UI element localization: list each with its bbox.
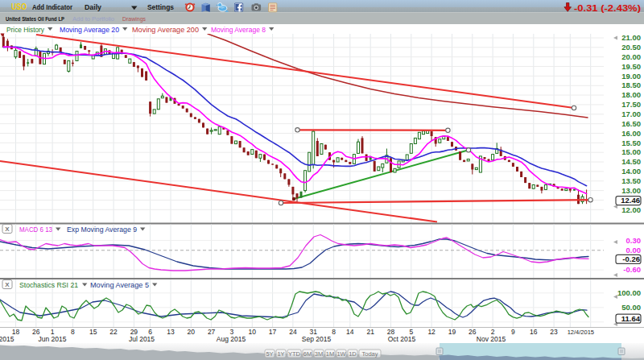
svg-text:9: 9 [511, 328, 515, 336]
svg-text:21: 21 [366, 328, 374, 336]
svg-text:Add to Portfolio: Add to Portfolio [72, 15, 115, 23]
svg-text:19.50: 19.50 [621, 62, 641, 71]
svg-text:16: 16 [530, 328, 538, 336]
svg-text:Stochastics RSI 21: Stochastics RSI 21 [19, 281, 78, 289]
svg-text:Oct 2015: Oct 2015 [388, 335, 416, 343]
svg-text:18.00: 18.00 [621, 90, 641, 99]
svg-text:19: 19 [448, 328, 456, 336]
svg-text:1W: 1W [336, 350, 346, 358]
svg-text:17: 17 [269, 328, 277, 336]
svg-text:3M: 3M [315, 350, 323, 358]
svg-text:1Y: 1Y [277, 350, 284, 358]
svg-text:Moving Average 20: Moving Average 20 [60, 25, 119, 34]
svg-text:14.50: 14.50 [621, 157, 641, 166]
svg-text:Exp Moving Average 9: Exp Moving Average 9 [67, 226, 137, 234]
svg-text:11.64: 11.64 [621, 314, 641, 323]
svg-text:Price History: Price History [6, 25, 44, 34]
svg-text:YTD: YTD [288, 350, 301, 358]
svg-text:12: 12 [427, 328, 436, 336]
svg-text:-0.26: -0.26 [622, 254, 640, 263]
svg-text:Moving Average 8: Moving Average 8 [211, 25, 266, 34]
svg-text:0.00: 0.00 [626, 246, 642, 254]
svg-text:13.00: 13.00 [621, 186, 641, 195]
svg-text:1D: 1D [349, 350, 357, 358]
svg-text:18.50: 18.50 [621, 81, 641, 89]
svg-text:17.00: 17.00 [621, 110, 641, 118]
svg-text:16.00: 16.00 [621, 129, 641, 138]
svg-text:Moving Average 200: Moving Average 200 [132, 25, 199, 34]
svg-text:15.50: 15.50 [621, 139, 641, 147]
svg-text:5Y: 5Y [266, 350, 273, 358]
svg-text:8: 8 [71, 328, 75, 336]
svg-text:Jul 2015: Jul 2015 [129, 335, 155, 343]
svg-text:24: 24 [289, 328, 297, 336]
svg-text:2015: 2015 [0, 335, 14, 343]
svg-text:13: 13 [167, 328, 175, 336]
svg-text:Nov 2015: Nov 2015 [477, 335, 506, 343]
svg-text:19.00: 19.00 [621, 72, 641, 81]
svg-text:17.50: 17.50 [621, 100, 641, 109]
svg-text:-0.60: -0.60 [623, 265, 641, 274]
svg-text:Jun 2015: Jun 2015 [39, 335, 67, 343]
svg-text:MACD 6 13: MACD 6 13 [19, 226, 52, 234]
svg-text:Drawings: Drawings [122, 15, 146, 23]
svg-text:15: 15 [89, 328, 97, 336]
svg-text:15.00: 15.00 [621, 147, 641, 156]
svg-text:14: 14 [346, 328, 354, 336]
svg-text:X: X [5, 281, 10, 288]
svg-text:26: 26 [469, 328, 477, 336]
svg-text:Aug 2015: Aug 2015 [217, 335, 246, 343]
svg-text:1M: 1M [326, 350, 334, 358]
svg-text:Daily: Daily [85, 3, 101, 11]
svg-text:13.50: 13.50 [621, 176, 641, 185]
svg-text:10: 10 [249, 328, 257, 336]
svg-text:8: 8 [332, 328, 336, 336]
svg-text:12.00: 12.00 [621, 205, 641, 214]
svg-text:12/4/2015: 12/4/2015 [568, 329, 594, 336]
svg-text:12.46: 12.46 [621, 196, 640, 205]
svg-text:100.00: 100.00 [617, 288, 641, 297]
svg-text:20.50: 20.50 [621, 43, 641, 52]
svg-text:Settings: Settings [147, 3, 174, 11]
svg-text:X: X [5, 226, 10, 233]
svg-text:Add Indicator: Add Indicator [32, 3, 72, 11]
svg-text:22: 22 [109, 328, 118, 336]
svg-text:6M: 6M [303, 350, 312, 358]
svg-text:USO: USO [11, 2, 27, 11]
svg-text:21.00: 21.00 [621, 33, 641, 42]
svg-text:23: 23 [550, 328, 558, 336]
svg-text:20: 20 [188, 328, 196, 336]
svg-text:27: 27 [208, 328, 216, 336]
svg-text:Moving Average 5: Moving Average 5 [90, 281, 149, 289]
svg-text:20.00: 20.00 [621, 52, 641, 61]
svg-text:0.30: 0.30 [626, 236, 642, 245]
svg-text:United States Oil Fund LP: United States Oil Fund LP [6, 15, 64, 23]
svg-text:50.00: 50.00 [621, 303, 641, 312]
svg-text:-0.31 (-2.43%): -0.31 (-2.43%) [574, 3, 641, 13]
svg-text:Sep 2015: Sep 2015 [302, 335, 332, 343]
svg-text:Today: Today [361, 350, 378, 358]
svg-text:14.00: 14.00 [621, 167, 641, 176]
svg-text:16.50: 16.50 [621, 119, 641, 128]
